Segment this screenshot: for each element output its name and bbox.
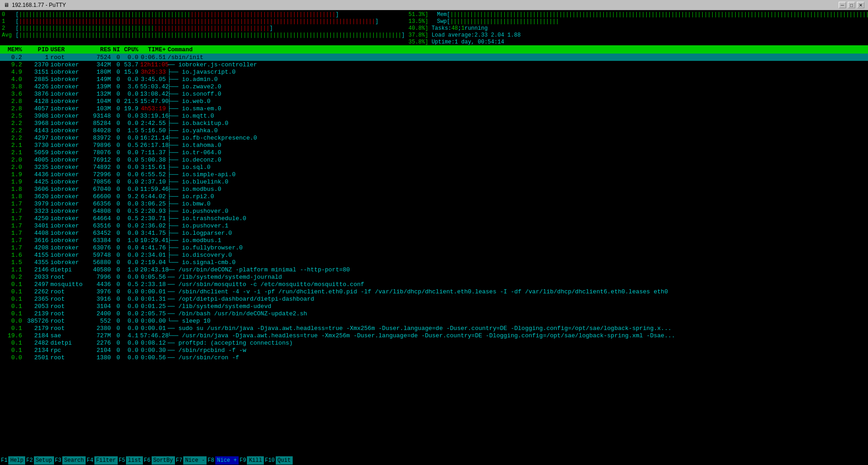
table-row[interactable]: 3.8 4226 iobroker 139M 0 3.6 55:03.42 ├─… — [0, 83, 868, 90]
mem-label: Mem[ — [434, 11, 450, 18]
proc-res: 63076 — [86, 244, 113, 251]
table-row[interactable]: 0.1 2139 root 2400 0 0.0 2:05.75 ── /bin… — [0, 310, 868, 317]
proc-pid: 3876 — [24, 91, 50, 97]
proc-ni: 0 — [113, 120, 122, 127]
proc-cpu: 0.0 — [122, 91, 140, 97]
fn-key-F5[interactable]: F5list — [118, 456, 143, 465]
proc-cmd: /sbin/init — [168, 54, 866, 61]
table-row[interactable]: 2.8 4057 iobroker 103M 0 19.9 4h53:19 ├─… — [0, 105, 868, 112]
table-row[interactable]: 1.6 4155 iobroker 59748 0 0.0 2:34.01 ├─… — [0, 251, 868, 259]
table-row[interactable]: 0.1 2053 root 3104 0 0.0 0:01.25 ── /lib… — [0, 303, 868, 310]
proc-pid: 4128 — [24, 98, 50, 105]
tasks-count: 48 — [451, 25, 458, 32]
table-row[interactable]: 1.1 2146 dietpi 40580 0 1.0 20:43.18 ── … — [0, 266, 868, 273]
fn-key-F6[interactable]: F6SortBy — [143, 456, 175, 465]
table-row[interactable]: 2.2 4297 iobroker 83972 0 0.0 16:21.14 ├… — [0, 134, 868, 141]
proc-pid: 2497 — [24, 281, 50, 288]
table-row[interactable]: 2.1 5059 iobroker 78076 0 0.0 7:11.37 ├─… — [0, 149, 868, 156]
header-pid[interactable]: PID — [24, 46, 50, 53]
table-row[interactable]: 3.6 3876 iobroker 132M 0 0.0 13:08.42 ├─… — [0, 90, 868, 97]
window-title: 192.168.1.77 - PuTTY — [12, 2, 66, 8]
proc-cmd: └── /usr/bin/java -Djava.awt.headless=tr… — [168, 332, 866, 339]
table-row[interactable]: 0.1 2179 root 2380 0 0.0 0:00.01 ── sudo… — [0, 324, 868, 332]
proc-pid: 4250 — [24, 215, 50, 222]
table-row[interactable]: 4.0 2885 iobroker 149M 0 0.0 3:45.05 ├──… — [0, 76, 868, 83]
proc-user: iobroker — [50, 259, 86, 266]
header-res[interactable]: RES — [86, 46, 113, 53]
table-row[interactable]: 19.6 2184 sae 727M 0 4.1 57:46.28 └── /u… — [0, 332, 868, 339]
proc-ni: 0 — [113, 325, 122, 332]
table-row[interactable]: 2.0 4005 iobroker 76912 0 0.0 5:00.38 ├─… — [0, 156, 868, 163]
fn-key-F7[interactable]: F7Nice - — [175, 456, 207, 465]
table-row[interactable]: 1.7 4208 iobroker 63076 0 0.0 4:41.76 ├─… — [0, 244, 868, 251]
table-row[interactable]: 0.1 2497 mosquitto 4436 0 0.5 2:33.18 ──… — [0, 281, 868, 288]
header-cmd[interactable]: Command — [168, 46, 866, 53]
table-row[interactable]: 0.2 1 root 7524 0 0.0 0:06.51 /sbin/init — [0, 54, 868, 61]
proc-cpu: 0.0 — [122, 135, 140, 141]
table-row[interactable]: 1.8 3620 iobroker 66600 0 9.2 6:44.02 ├─… — [0, 193, 868, 200]
table-row[interactable]: 1.7 3323 iobroker 64808 0 0.5 2:20.93 ├─… — [0, 207, 868, 215]
running-count: 1 — [461, 25, 464, 32]
proc-ni: 0 — [113, 252, 122, 259]
header-user[interactable]: USER — [50, 46, 86, 53]
table-row[interactable]: 1.7 4250 iobroker 64664 0 0.5 2:30.71 ├─… — [0, 215, 868, 222]
maximize-button[interactable]: □ — [848, 2, 855, 8]
proc-mem: 1.6 — [2, 252, 24, 259]
fn-key-F8[interactable]: F8Nice + — [207, 456, 239, 465]
table-row[interactable]: 1.7 3616 iobroker 63384 0 1.0 10:29.41 ├… — [0, 237, 868, 244]
proc-ni: 0 — [113, 157, 122, 163]
proc-cpu: 0.0 — [122, 274, 140, 281]
proc-time: 0:06.51 — [140, 54, 168, 61]
table-row[interactable]: 0.1 2134 rpc 2104 0 0.0 0:00.30 ── /sbin… — [0, 346, 868, 354]
table-row[interactable]: 2.2 3968 iobroker 85284 0 0.0 2:42.55 ├─… — [0, 119, 868, 127]
proc-cpu: 0.5 — [122, 215, 140, 222]
table-row[interactable]: 0.0 385726 root 552 0 0.0 0:00.00 └── sl… — [0, 317, 868, 324]
proc-res: 63452 — [86, 230, 113, 237]
table-row[interactable]: 1.7 4408 iobroker 63452 0 0.0 3:41.75 ├─… — [0, 229, 868, 237]
proc-pid: 2179 — [24, 325, 50, 332]
proc-mem: 2.8 — [2, 98, 24, 105]
proc-user: iobroker — [50, 120, 86, 127]
table-row[interactable]: 2.0 3235 iobroker 74892 0 0.0 3:15.61 ├─… — [0, 163, 868, 171]
title-bar: 🖥 192.168.1.77 - PuTTY ─ □ ✕ — [0, 0, 868, 10]
table-row[interactable]: 0.1 2482 dietpi 2276 0 0.0 0:08.12 ── pr… — [0, 339, 868, 346]
table-row[interactable]: 2.8 4128 iobroker 104M 0 21.5 15:47.90 ├… — [0, 97, 868, 105]
minimize-button[interactable]: ─ — [839, 2, 846, 8]
table-row[interactable]: 2.1 3730 iobroker 79896 0 0.5 26:17.18 ├… — [0, 141, 868, 149]
table-row[interactable]: 0.1 2365 root 3916 0 0.0 0:01.31 ── /opt… — [0, 295, 868, 303]
proc-pid: 4143 — [24, 127, 50, 134]
header-time[interactable]: TIME+ — [140, 46, 168, 53]
fn-key-F9[interactable]: F9Kill — [239, 456, 264, 465]
table-row[interactable]: 1.9 4425 iobroker 70856 0 0.0 2:37.10 ├─… — [0, 178, 868, 185]
proc-mem: 1.8 — [2, 186, 24, 193]
proc-pid: 1 — [24, 54, 50, 61]
table-row[interactable]: 0.1 2262 root 3976 0 0.0 0:00.01 ── /sbi… — [0, 288, 868, 295]
header-cpu[interactable]: CPU% — [122, 46, 140, 53]
proc-mem: 4.9 — [2, 69, 24, 76]
table-row[interactable]: 1.7 3979 iobroker 66356 0 0.0 3:06.25 ├─… — [0, 200, 868, 207]
proc-ni: 0 — [113, 237, 122, 244]
swp-bar-row: 13.5%] Swp[ ||||||||||||||||||||||||||||… — [409, 18, 868, 25]
fn-key-F4[interactable]: F4Filter — [86, 456, 118, 465]
table-row[interactable]: 4.9 3151 iobroker 180M 0 15.9 3h25:33 ├─… — [0, 68, 868, 76]
fn-num: F2 — [25, 457, 33, 464]
close-button[interactable]: ✕ — [857, 2, 864, 8]
table-row[interactable]: 1.9 4436 iobroker 72996 0 0.0 6:55.52 ├─… — [0, 171, 868, 178]
fn-key-F1[interactable]: F1Help — [0, 456, 25, 465]
fn-key-F3[interactable]: F3Search — [54, 456, 86, 465]
table-row[interactable]: 0.0 2501 root 1380 0 0.0 0:00.56 ── /usr… — [0, 354, 868, 361]
table-row[interactable]: 1.5 4355 iobroker 56880 0 0.0 2:19.04 └─… — [0, 259, 868, 266]
proc-pid: 2053 — [24, 303, 50, 310]
fn-key-F2[interactable]: F2Setup — [25, 456, 54, 465]
header-ni[interactable]: NI — [113, 46, 122, 53]
header-mem[interactable]: MEM% — [2, 46, 24, 53]
proc-mem: 0.0 — [2, 318, 24, 324]
table-row[interactable]: 2.2 4143 iobroker 84028 0 1.5 5:16.50 ├─… — [0, 127, 868, 134]
table-row[interactable]: 0.2 2033 root 7996 0 0.0 0:05.56 ── /lib… — [0, 273, 868, 281]
table-row[interactable]: 2.5 3908 iobroker 93148 0 0.0 33:19.16 ├… — [0, 112, 868, 119]
fn-key-F10[interactable]: F10Quit — [264, 456, 292, 465]
proc-ni: 0 — [113, 91, 122, 97]
table-row[interactable]: 1.8 3606 iobroker 67040 0 0.0 11:59.46 ├… — [0, 185, 868, 193]
table-row[interactable]: 1.7 3401 iobroker 63516 0 0.0 2:36.02 ├─… — [0, 222, 868, 229]
table-row[interactable]: 9.2 2370 iobroker 342M 0 53.7 12h11:05 ─… — [0, 61, 868, 68]
